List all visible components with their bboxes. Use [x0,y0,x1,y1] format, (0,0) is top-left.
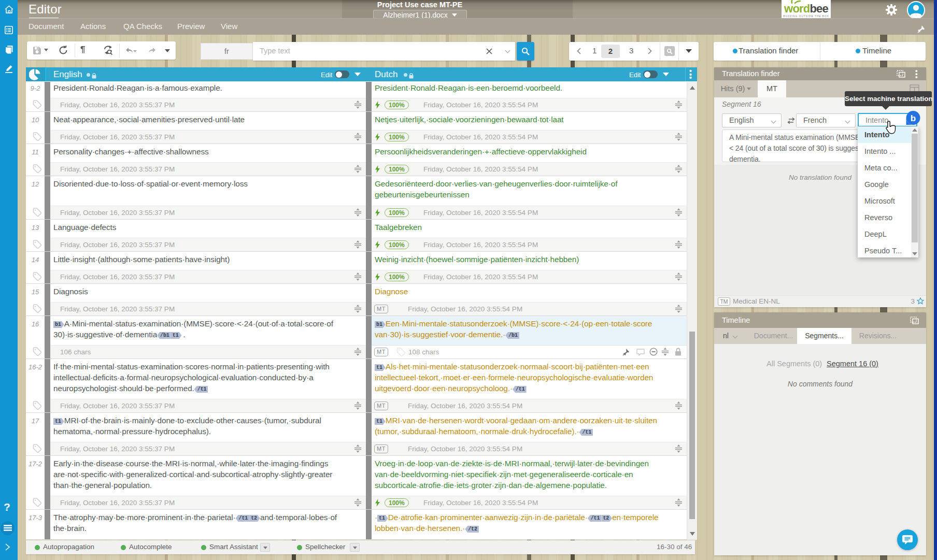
svg-text:b: b [911,113,916,123]
